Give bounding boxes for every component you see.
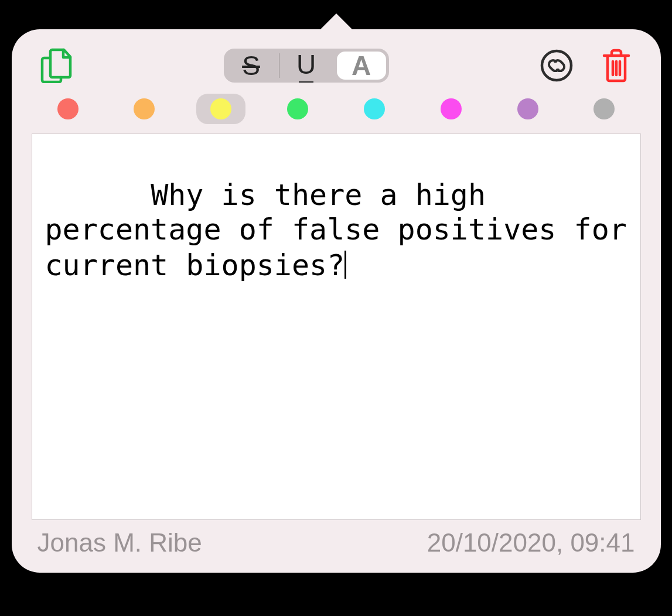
color-option-magenta[interactable]: [427, 94, 476, 124]
copy-icon: [40, 48, 72, 83]
copy-button[interactable]: [39, 48, 74, 83]
strikethrough-label: S: [242, 50, 260, 81]
note-timestamp: 20/10/2020, 09:41: [427, 528, 635, 557]
color-option-grey[interactable]: [579, 94, 629, 124]
format-toolbar: S U A: [28, 46, 644, 90]
svg-point-0: [542, 51, 571, 80]
note-footer: Jonas M. Ribe 20/10/2020, 09:41: [28, 520, 644, 562]
popover-arrow: [319, 13, 354, 31]
underline-label: U: [296, 49, 316, 83]
color-option-yellow[interactable]: [196, 94, 245, 124]
highlight-color-row: [28, 90, 644, 134]
color-swatch-purple: [517, 98, 538, 119]
color-swatch-orange: [134, 98, 155, 119]
highlight-label: A: [352, 50, 371, 81]
color-swatch-green: [287, 98, 308, 119]
color-option-purple[interactable]: [503, 94, 552, 124]
color-swatch-red: [57, 98, 79, 119]
text-style-segmented: S U A: [224, 49, 389, 83]
note-popover: S U A: [12, 29, 661, 573]
color-option-cyan[interactable]: [350, 94, 399, 124]
note-text-area[interactable]: Why is there a high percentage of false …: [32, 134, 641, 520]
underline-button[interactable]: U: [279, 49, 334, 83]
delete-button[interactable]: [599, 48, 634, 83]
highlight-button[interactable]: A: [337, 52, 386, 80]
color-swatch-yellow: [210, 98, 231, 119]
link-icon: [540, 49, 573, 82]
color-option-red[interactable]: [43, 94, 93, 124]
color-option-green[interactable]: [273, 94, 322, 124]
color-swatch-grey: [593, 98, 615, 119]
link-button[interactable]: [539, 48, 574, 83]
color-swatch-magenta: [441, 98, 462, 119]
color-option-orange[interactable]: [120, 94, 169, 124]
color-swatch-cyan: [364, 98, 385, 119]
text-caret: [344, 251, 346, 279]
note-author: Jonas M. Ribe: [37, 528, 202, 557]
trash-icon: [602, 49, 631, 83]
strikethrough-button[interactable]: S: [224, 49, 279, 83]
popover-body: S U A: [12, 29, 661, 573]
